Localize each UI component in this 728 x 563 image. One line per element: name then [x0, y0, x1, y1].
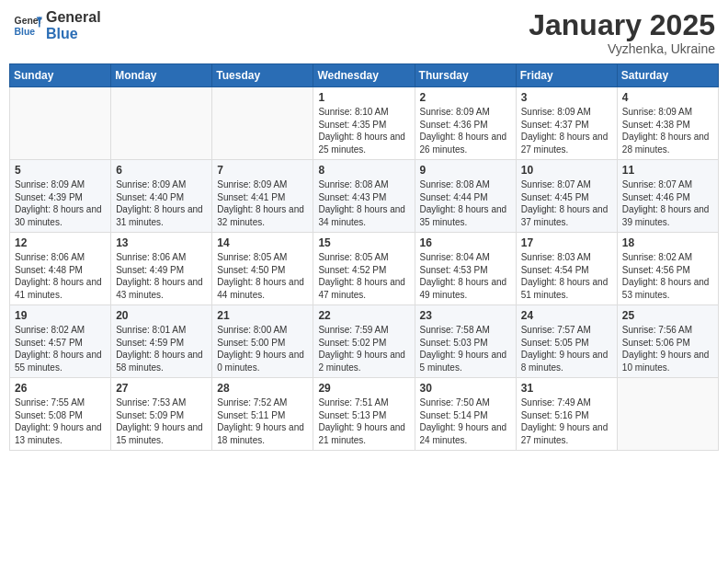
day-info: Sunrise: 8:05 AMSunset: 4:52 PMDaylight:…	[318, 251, 409, 301]
calendar-cell-w1-d1	[10, 87, 111, 160]
calendar-cell-w2-d2: 6Sunrise: 8:09 AMSunset: 4:40 PMDaylight…	[111, 160, 212, 233]
day-number: 15	[318, 236, 409, 249]
day-number: 11	[622, 164, 713, 177]
calendar-cell-w5-d6: 31Sunrise: 7:49 AMSunset: 5:16 PMDayligh…	[516, 378, 617, 451]
day-info: Sunrise: 8:01 AMSunset: 4:59 PMDaylight:…	[116, 324, 207, 373]
calendar-cell-w2-d5: 9Sunrise: 8:08 AMSunset: 4:44 PMDaylight…	[415, 160, 516, 233]
day-number: 26	[15, 382, 106, 395]
day-info: Sunrise: 8:09 AMSunset: 4:36 PMDaylight:…	[420, 106, 511, 155]
calendar-cell-w4-d1: 19Sunrise: 8:02 AMSunset: 4:57 PMDayligh…	[10, 305, 111, 378]
logo: General Blue General Blue	[13, 9, 101, 41]
day-info: Sunrise: 8:10 AMSunset: 4:35 PMDaylight:…	[318, 106, 409, 155]
week-row-5: 26Sunrise: 7:55 AMSunset: 5:08 PMDayligh…	[10, 378, 719, 451]
day-info: Sunrise: 7:51 AMSunset: 5:13 PMDaylight:…	[318, 396, 409, 446]
title-block: January 2025 Vyzhenka, Ukraine	[529, 9, 715, 56]
day-number: 24	[521, 309, 612, 322]
location-subtitle: Vyzhenka, Ukraine	[529, 41, 715, 56]
day-info: Sunrise: 8:02 AMSunset: 4:57 PMDaylight:…	[15, 324, 106, 373]
calendar-cell-w4-d2: 20Sunrise: 8:01 AMSunset: 4:59 PMDayligh…	[111, 305, 212, 378]
weekday-header-row: Sunday Monday Tuesday Wednesday Thursday…	[10, 64, 719, 87]
day-number: 9	[420, 164, 511, 177]
day-info: Sunrise: 7:58 AMSunset: 5:03 PMDaylight:…	[420, 324, 511, 373]
header-friday: Friday	[516, 64, 617, 87]
calendar-cell-w4-d5: 23Sunrise: 7:58 AMSunset: 5:03 PMDayligh…	[415, 305, 516, 378]
calendar-cell-w1-d7: 4Sunrise: 8:09 AMSunset: 4:38 PMDaylight…	[617, 87, 718, 160]
day-number: 13	[116, 236, 207, 249]
day-number: 29	[318, 382, 409, 395]
calendar-cell-w1-d4: 1Sunrise: 8:10 AMSunset: 4:35 PMDaylight…	[313, 87, 415, 160]
calendar-cell-w5-d4: 29Sunrise: 7:51 AMSunset: 5:13 PMDayligh…	[313, 378, 415, 451]
calendar-cell-w1-d6: 3Sunrise: 8:09 AMSunset: 4:37 PMDaylight…	[516, 87, 617, 160]
month-title: January 2025	[529, 9, 715, 41]
day-info: Sunrise: 8:08 AMSunset: 4:44 PMDaylight:…	[420, 178, 511, 228]
calendar-cell-w3-d2: 13Sunrise: 8:06 AMSunset: 4:49 PMDayligh…	[111, 233, 212, 305]
day-number: 20	[116, 309, 207, 322]
day-number: 19	[15, 309, 106, 322]
calendar-cell-w2-d7: 11Sunrise: 8:07 AMSunset: 4:46 PMDayligh…	[617, 160, 718, 233]
calendar-cell-w5-d2: 27Sunrise: 7:53 AMSunset: 5:09 PMDayligh…	[111, 378, 212, 451]
logo-general: General	[46, 9, 101, 26]
calendar-cell-w2-d6: 10Sunrise: 8:07 AMSunset: 4:45 PMDayligh…	[516, 160, 617, 233]
day-number: 2	[420, 91, 511, 104]
calendar-cell-w5-d1: 26Sunrise: 7:55 AMSunset: 5:08 PMDayligh…	[10, 378, 111, 451]
calendar-cell-w2-d3: 7Sunrise: 8:09 AMSunset: 4:41 PMDaylight…	[212, 160, 313, 233]
day-info: Sunrise: 8:02 AMSunset: 4:56 PMDaylight:…	[622, 251, 713, 301]
calendar-table: Sunday Monday Tuesday Wednesday Thursday…	[9, 63, 719, 451]
header-tuesday: Tuesday	[212, 64, 313, 87]
day-info: Sunrise: 8:09 AMSunset: 4:41 PMDaylight:…	[217, 178, 308, 228]
calendar-cell-w1-d2	[111, 87, 212, 160]
header-wednesday: Wednesday	[313, 64, 415, 87]
day-info: Sunrise: 7:55 AMSunset: 5:08 PMDaylight:…	[15, 396, 106, 446]
calendar-cell-w3-d4: 15Sunrise: 8:05 AMSunset: 4:52 PMDayligh…	[313, 233, 415, 305]
header-saturday: Saturday	[617, 64, 718, 87]
day-info: Sunrise: 7:49 AMSunset: 5:16 PMDaylight:…	[521, 396, 612, 446]
calendar-cell-w5-d7	[617, 378, 718, 451]
day-info: Sunrise: 7:50 AMSunset: 5:14 PMDaylight:…	[420, 396, 511, 446]
calendar-cell-w5-d5: 30Sunrise: 7:50 AMSunset: 5:14 PMDayligh…	[415, 378, 516, 451]
day-info: Sunrise: 8:08 AMSunset: 4:43 PMDaylight:…	[318, 178, 409, 228]
day-number: 4	[622, 91, 713, 104]
day-number: 30	[420, 382, 511, 395]
logo-blue: Blue	[46, 26, 101, 42]
day-number: 6	[116, 164, 207, 177]
day-number: 18	[622, 236, 713, 249]
day-info: Sunrise: 8:09 AMSunset: 4:37 PMDaylight:…	[521, 106, 612, 155]
day-info: Sunrise: 7:52 AMSunset: 5:11 PMDaylight:…	[217, 396, 308, 446]
calendar-cell-w1-d3	[212, 87, 313, 160]
day-info: Sunrise: 7:56 AMSunset: 5:06 PMDaylight:…	[622, 324, 713, 373]
header: General Blue General Blue January 2025 V…	[9, 9, 719, 56]
day-number: 5	[15, 164, 106, 177]
day-number: 14	[217, 236, 308, 249]
calendar-cell-w5-d3: 28Sunrise: 7:52 AMSunset: 5:11 PMDayligh…	[212, 378, 313, 451]
calendar-cell-w4-d6: 24Sunrise: 7:57 AMSunset: 5:05 PMDayligh…	[516, 305, 617, 378]
calendar-cell-w2-d1: 5Sunrise: 8:09 AMSunset: 4:39 PMDaylight…	[10, 160, 111, 233]
calendar-cell-w3-d5: 16Sunrise: 8:04 AMSunset: 4:53 PMDayligh…	[415, 233, 516, 305]
day-number: 25	[622, 309, 713, 322]
day-number: 8	[318, 164, 409, 177]
day-info: Sunrise: 8:06 AMSunset: 4:49 PMDaylight:…	[116, 251, 207, 301]
day-number: 23	[420, 309, 511, 322]
day-number: 16	[420, 236, 511, 249]
day-info: Sunrise: 8:07 AMSunset: 4:46 PMDaylight:…	[622, 178, 713, 228]
calendar-cell-w4-d4: 22Sunrise: 7:59 AMSunset: 5:02 PMDayligh…	[313, 305, 415, 378]
day-number: 28	[217, 382, 308, 395]
day-number: 21	[217, 309, 308, 322]
day-number: 10	[521, 164, 612, 177]
calendar-cell-w3-d6: 17Sunrise: 8:03 AMSunset: 4:54 PMDayligh…	[516, 233, 617, 305]
day-number: 17	[521, 236, 612, 249]
day-info: Sunrise: 8:09 AMSunset: 4:40 PMDaylight:…	[116, 178, 207, 228]
day-number: 22	[318, 309, 409, 322]
day-info: Sunrise: 8:05 AMSunset: 4:50 PMDaylight:…	[217, 251, 308, 301]
day-info: Sunrise: 8:07 AMSunset: 4:45 PMDaylight:…	[521, 178, 612, 228]
day-info: Sunrise: 7:57 AMSunset: 5:05 PMDaylight:…	[521, 324, 612, 373]
calendar-cell-w3-d7: 18Sunrise: 8:02 AMSunset: 4:56 PMDayligh…	[617, 233, 718, 305]
week-row-3: 12Sunrise: 8:06 AMSunset: 4:48 PMDayligh…	[10, 233, 719, 305]
day-info: Sunrise: 8:04 AMSunset: 4:53 PMDaylight:…	[420, 251, 511, 301]
day-info: Sunrise: 8:06 AMSunset: 4:48 PMDaylight:…	[15, 251, 106, 301]
calendar-cell-w3-d1: 12Sunrise: 8:06 AMSunset: 4:48 PMDayligh…	[10, 233, 111, 305]
calendar-cell-w3-d3: 14Sunrise: 8:05 AMSunset: 4:50 PMDayligh…	[212, 233, 313, 305]
day-number: 12	[15, 236, 106, 249]
week-row-4: 19Sunrise: 8:02 AMSunset: 4:57 PMDayligh…	[10, 305, 719, 378]
day-number: 7	[217, 164, 308, 177]
day-info: Sunrise: 7:53 AMSunset: 5:09 PMDaylight:…	[116, 396, 207, 446]
